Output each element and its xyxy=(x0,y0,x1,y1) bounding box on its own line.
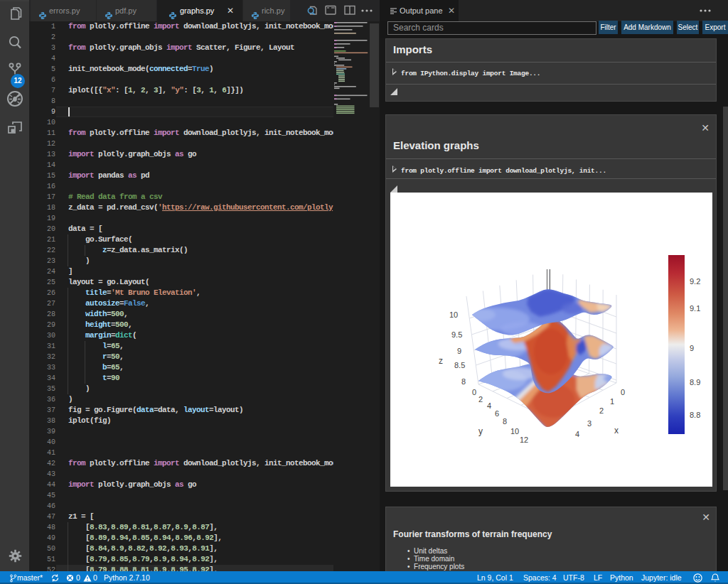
svg-text:1: 1 xyxy=(610,397,614,406)
svg-text:12: 12 xyxy=(520,436,528,444)
svg-text:2: 2 xyxy=(478,395,483,404)
svg-text:9: 9 xyxy=(690,344,694,352)
svg-text:2: 2 xyxy=(599,406,604,415)
svg-text:x: x xyxy=(614,426,619,436)
svg-text:9.5: 9.5 xyxy=(451,330,462,339)
svg-text:10: 10 xyxy=(449,310,458,319)
svg-text:4: 4 xyxy=(487,401,491,410)
svg-text:8: 8 xyxy=(503,417,507,426)
svg-text:9: 9 xyxy=(457,347,461,355)
svg-text:z: z xyxy=(439,356,443,366)
svg-text:9.1: 9.1 xyxy=(690,304,700,313)
svg-text:y: y xyxy=(478,426,483,436)
svg-text:6: 6 xyxy=(495,409,499,418)
svg-text:10: 10 xyxy=(510,427,519,436)
svg-text:8.9: 8.9 xyxy=(690,378,700,386)
svg-text:0: 0 xyxy=(472,388,476,396)
svg-text:4: 4 xyxy=(575,430,579,438)
svg-text:8.5: 8.5 xyxy=(454,361,465,369)
svg-text:8.8: 8.8 xyxy=(690,411,700,419)
svg-text:0: 0 xyxy=(621,388,625,396)
svg-text:8: 8 xyxy=(461,377,466,386)
svg-text:9.2: 9.2 xyxy=(690,277,700,286)
svg-text:3: 3 xyxy=(587,419,592,428)
